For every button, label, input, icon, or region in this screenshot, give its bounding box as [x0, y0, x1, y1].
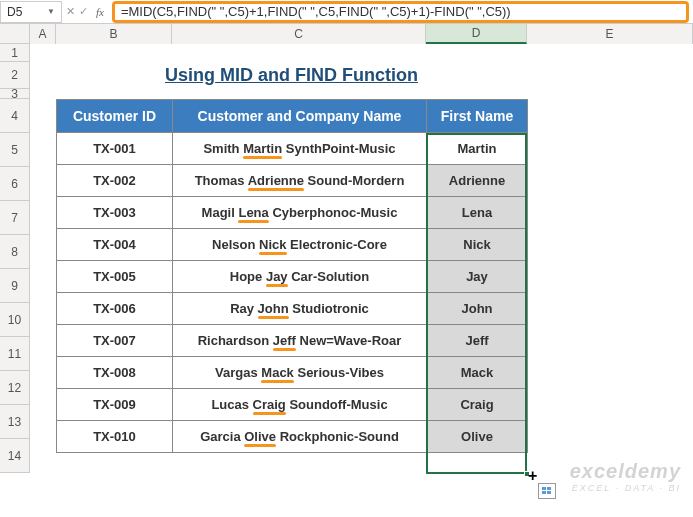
- svg-rect-0: [542, 487, 546, 490]
- table-row: TX-001Smith Martin SynthPoint-MusicMarti…: [57, 133, 528, 165]
- cell-customer-id[interactable]: TX-007: [57, 325, 173, 357]
- cell-company-name[interactable]: Thomas Adrienne Sound-Mordern: [173, 165, 427, 197]
- formula-buttons: ✕ ✓ fx: [62, 5, 112, 18]
- row-header-6[interactable]: 6: [0, 167, 30, 201]
- table-row: TX-005Hope Jay Car-SolutionJay: [57, 261, 528, 293]
- watermark: exceldemy EXCEL · DATA · BI: [570, 460, 681, 493]
- row-header-5[interactable]: 5: [0, 133, 30, 167]
- row-header-14[interactable]: 14: [0, 439, 30, 473]
- col-header-e[interactable]: E: [527, 24, 693, 44]
- cell-company-name[interactable]: Smith Martin SynthPoint-Music: [173, 133, 427, 165]
- row-header-10[interactable]: 10: [0, 303, 30, 337]
- row-header-4[interactable]: 4: [0, 99, 30, 133]
- table-row: TX-008Vargas Mack Serious-VibesMack: [57, 357, 528, 389]
- cancel-icon[interactable]: ✕: [66, 5, 75, 18]
- svg-rect-3: [547, 491, 551, 494]
- data-table: Customer ID Customer and Company Name Fi…: [56, 99, 528, 453]
- formula-input[interactable]: =MID(C5,FIND(" ",C5)+1,FIND(" ",C5,FIND(…: [112, 1, 689, 23]
- row-header-7[interactable]: 7: [0, 201, 30, 235]
- header-first-name[interactable]: First Name: [427, 100, 528, 133]
- cell-first-name[interactable]: Mack: [427, 357, 528, 389]
- cell-company-name[interactable]: Ray John Studiotronic: [173, 293, 427, 325]
- cell-customer-id[interactable]: TX-009: [57, 389, 173, 421]
- table-row: TX-004Nelson Nick Electronic-CoreNick: [57, 229, 528, 261]
- cell-first-name[interactable]: John: [427, 293, 528, 325]
- row-header-3[interactable]: 3: [0, 89, 30, 99]
- name-box-dropdown-icon[interactable]: ▼: [47, 7, 55, 16]
- column-headers: A B C D E: [0, 24, 693, 44]
- cell-first-name[interactable]: Olive: [427, 421, 528, 453]
- cell-customer-id[interactable]: TX-008: [57, 357, 173, 389]
- row-header-11[interactable]: 11: [0, 337, 30, 371]
- cell-company-name[interactable]: Garcia Olive Rockphonic-Sound: [173, 421, 427, 453]
- select-all-corner[interactable]: [0, 24, 30, 44]
- row-header-1[interactable]: 1: [0, 44, 30, 62]
- cell-customer-id[interactable]: TX-002: [57, 165, 173, 197]
- table-row: TX-007Richardson Jeff New=Wave-RoarJeff: [57, 325, 528, 357]
- cell-first-name[interactable]: Nick: [427, 229, 528, 261]
- page-title: Using MID and FIND Function: [165, 65, 418, 86]
- enter-icon[interactable]: ✓: [79, 5, 88, 18]
- row-header-12[interactable]: 12: [0, 371, 30, 405]
- watermark-main: exceldemy: [570, 460, 681, 483]
- cell-company-name[interactable]: Nelson Nick Electronic-Core: [173, 229, 427, 261]
- formula-text: =MID(C5,FIND(" ",C5)+1,FIND(" ",C5,FIND(…: [121, 4, 511, 19]
- cell-customer-id[interactable]: TX-003: [57, 197, 173, 229]
- svg-rect-1: [547, 487, 551, 490]
- cell-customer-id[interactable]: TX-004: [57, 229, 173, 261]
- col-header-c[interactable]: C: [172, 24, 426, 44]
- fx-icon[interactable]: fx: [92, 6, 108, 18]
- table-header-row: Customer ID Customer and Company Name Fi…: [57, 100, 528, 133]
- row-header-9[interactable]: 9: [0, 269, 30, 303]
- cell-company-name[interactable]: Hope Jay Car-Solution: [173, 261, 427, 293]
- table-row: TX-006Ray John StudiotronicJohn: [57, 293, 528, 325]
- row-header-2[interactable]: 2: [0, 62, 30, 89]
- autofill-options-icon[interactable]: [538, 483, 556, 499]
- name-box[interactable]: D5 ▼: [0, 1, 62, 23]
- cell-first-name[interactable]: Jay: [427, 261, 528, 293]
- table-row: TX-002Thomas Adrienne Sound-MordernAdrie…: [57, 165, 528, 197]
- cell-company-name[interactable]: Vargas Mack Serious-Vibes: [173, 357, 427, 389]
- cell-customer-id[interactable]: TX-010: [57, 421, 173, 453]
- table-row: TX-009Lucas Craig Soundoff-MusicCraig: [57, 389, 528, 421]
- row-header-13[interactable]: 13: [0, 405, 30, 439]
- watermark-sub: EXCEL · DATA · BI: [570, 483, 681, 493]
- cell-first-name[interactable]: Craig: [427, 389, 528, 421]
- name-box-value: D5: [7, 5, 22, 19]
- cell-company-name[interactable]: Lucas Craig Soundoff-Music: [173, 389, 427, 421]
- header-customer-id[interactable]: Customer ID: [57, 100, 173, 133]
- cell-company-name[interactable]: Richardson Jeff New=Wave-Roar: [173, 325, 427, 357]
- col-header-b[interactable]: B: [56, 24, 172, 44]
- cell-customer-id[interactable]: TX-001: [57, 133, 173, 165]
- fill-cursor-icon: +: [528, 467, 537, 485]
- cell-first-name[interactable]: Martin: [427, 133, 528, 165]
- svg-rect-2: [542, 491, 546, 494]
- cell-first-name[interactable]: Adrienne: [427, 165, 528, 197]
- header-company-name[interactable]: Customer and Company Name: [173, 100, 427, 133]
- cell-company-name[interactable]: Magil Lena Cyberphonoc-Music: [173, 197, 427, 229]
- cell-first-name[interactable]: Lena: [427, 197, 528, 229]
- row-header-8[interactable]: 8: [0, 235, 30, 269]
- cell-first-name[interactable]: Jeff: [427, 325, 528, 357]
- table-row: TX-003Magil Lena Cyberphonoc-MusicLena: [57, 197, 528, 229]
- formula-bar: D5 ▼ ✕ ✓ fx =MID(C5,FIND(" ",C5)+1,FIND(…: [0, 0, 693, 24]
- cell-customer-id[interactable]: TX-005: [57, 261, 173, 293]
- cell-customer-id[interactable]: TX-006: [57, 293, 173, 325]
- col-header-d[interactable]: D: [426, 24, 527, 44]
- col-header-a[interactable]: A: [30, 24, 56, 44]
- table-row: TX-010Garcia Olive Rockphonic-SoundOlive: [57, 421, 528, 453]
